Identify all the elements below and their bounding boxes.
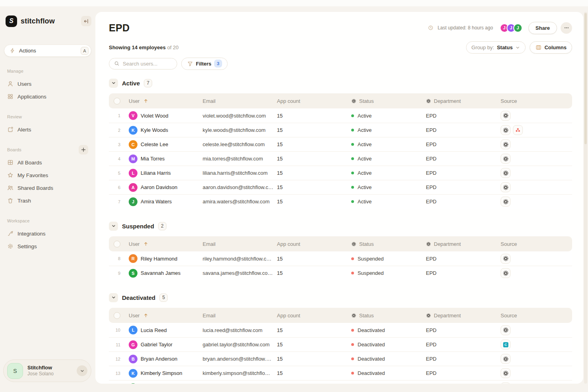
group-collapse-button[interactable] (109, 222, 118, 231)
select-all-checkbox[interactable] (114, 98, 120, 104)
department-label: EPD (426, 256, 437, 262)
column-header-department[interactable]: Department (434, 313, 461, 319)
sidebar-item-settings[interactable]: Settings (4, 240, 91, 252)
column-header-email[interactable]: Email (203, 313, 216, 319)
column-header-department[interactable]: Department (434, 241, 461, 247)
sort-asc-icon[interactable] (143, 313, 148, 318)
column-header-email[interactable]: Email (203, 241, 216, 247)
table-row[interactable]: 13 KKimberly Simpson kimberly.simpson@st… (109, 366, 572, 380)
table-row[interactable]: 3 CCeleste Lee celeste.lee@stitchflow.co… (109, 137, 572, 151)
share-button[interactable]: Share (528, 22, 557, 34)
column-header-user[interactable]: User (129, 98, 139, 104)
column-header-status[interactable]: Status (359, 241, 374, 247)
source-chip[interactable] (501, 197, 511, 207)
source-chip[interactable] (501, 182, 511, 192)
status-dot (351, 157, 354, 160)
table-row[interactable]: 5 LLiliana Harris liliana.harris@stitchf… (109, 166, 572, 180)
row-number: 2 (118, 128, 120, 133)
source-chip[interactable] (501, 354, 511, 364)
column-header-source[interactable]: Source (501, 241, 517, 247)
sidebar-item-trash[interactable]: Trash (4, 195, 91, 207)
column-header-status[interactable]: Status (359, 98, 374, 104)
source-chip[interactable] (501, 254, 511, 264)
table-row[interactable]: 10 LLucia Reed lucia.reed@stitchflow.com… (109, 323, 572, 337)
lightning-icon (9, 48, 15, 54)
table-row[interactable]: 2 KKyle Woods kyle.woods@stitchflow.com … (109, 123, 572, 137)
column-header-user[interactable]: User (129, 241, 139, 247)
source-chip[interactable]: C (501, 340, 511, 350)
collaborator-avatar[interactable]: J (513, 23, 522, 33)
sort-asc-icon[interactable] (143, 241, 148, 246)
group-collapse-button[interactable] (109, 293, 118, 302)
group-by-label: Group by: (472, 44, 494, 50)
user-avatar: J (129, 197, 137, 206)
filters-button[interactable]: Filters 3 (181, 58, 228, 70)
source-chip[interactable] (501, 139, 511, 149)
app-logo[interactable]: S stitchflow (6, 15, 55, 27)
row-number: 1 (118, 113, 120, 118)
status-label: Active (358, 127, 371, 133)
source-chip[interactable] (501, 125, 511, 135)
group-count-badge: 7 (144, 79, 152, 87)
select-all-checkbox[interactable] (114, 312, 120, 319)
column-header-user[interactable]: User (129, 313, 139, 319)
sidebar-item-all-boards[interactable]: All Boards (4, 156, 91, 168)
columns-button[interactable]: Columns (530, 41, 572, 54)
sidebar-item-users[interactable]: Users (4, 78, 91, 90)
source-chip[interactable] (501, 325, 511, 335)
actions-button[interactable]: Actions A (4, 44, 91, 57)
sidebar-item-alerts[interactable]: Alerts (4, 124, 91, 135)
more-options-button[interactable] (561, 22, 572, 34)
search-input[interactable] (123, 61, 172, 67)
sort-asc-icon[interactable] (143, 98, 148, 103)
sidebar-item-applications[interactable]: Applications (4, 91, 91, 102)
source-chip[interactable] (501, 111, 511, 121)
group-collapse-button[interactable] (109, 79, 118, 88)
department-label: EPD (426, 342, 437, 348)
user-email: amira.waters@stitchflow.com (203, 199, 275, 205)
gear-source-icon (503, 156, 509, 162)
sidebar-item-shared-boards[interactable]: Shared Boards (4, 182, 91, 194)
column-header-app-count[interactable]: App count (277, 313, 300, 319)
workspace-name: Stitchflow (27, 365, 72, 371)
column-header-department[interactable]: Department (434, 98, 461, 104)
table-row[interactable]: 9 SSavannah James savana.james@stitchflo… (109, 266, 572, 280)
group-by-dropdown[interactable]: Group by: Status (466, 41, 526, 54)
source-cell (501, 111, 572, 121)
column-header-source[interactable]: Source (501, 313, 517, 319)
source-chip[interactable] (501, 154, 511, 164)
scrollbar-track[interactable] (584, 12, 587, 384)
workspace-chevron-button[interactable] (77, 365, 87, 376)
source-chip[interactable] (513, 125, 523, 135)
table-row[interactable]: 12 BBryan Anderson bryan.anderson@stitch… (109, 351, 572, 366)
column-header-app-count[interactable]: App count (277, 98, 300, 104)
column-header-source[interactable]: Source (501, 98, 517, 104)
sidebar-item-integrations[interactable]: Integrations (4, 228, 91, 239)
add-board-button[interactable] (79, 145, 88, 154)
table-row[interactable]: 4 MMia Torres mia.torres@stitchflow.com … (109, 151, 572, 166)
source-chip[interactable] (501, 368, 511, 378)
column-header-app-count[interactable]: App count (277, 241, 300, 247)
column-header-email[interactable]: Email (203, 98, 216, 104)
sidebar-collapse-button[interactable] (81, 16, 91, 26)
row-number: 11 (116, 342, 120, 347)
source-cell (501, 139, 572, 149)
table-row[interactable] (109, 380, 572, 384)
scrollbar-thumb[interactable] (584, 13, 587, 144)
table-row[interactable]: 11 GGabriel Taylor gabriel.taylor@stitch… (109, 337, 572, 351)
filters-count-badge: 3 (214, 60, 222, 68)
table-row[interactable]: 6 AAaron Davidson aaron.davidson@stitchf… (109, 180, 572, 194)
app-count: 15 (277, 327, 282, 333)
column-header-status[interactable]: Status (359, 313, 374, 319)
table-row[interactable]: 7 JAmira Waters amira.waters@stitchflow.… (109, 194, 572, 209)
select-all-checkbox[interactable] (114, 241, 120, 247)
status-dot (351, 114, 354, 117)
table-row[interactable]: 8 RRiley Hammond riley.hammond@stitchflo… (109, 251, 572, 266)
source-chip[interactable] (501, 382, 511, 384)
source-chip[interactable] (501, 168, 511, 178)
sidebar-item-my-favorites[interactable]: My Favorites (4, 169, 91, 181)
user-name: Mia Torres (141, 156, 164, 162)
source-chip[interactable] (501, 268, 511, 278)
table-row[interactable]: 1 VViolet Wood violet.wood@stitchflow.co… (109, 108, 572, 123)
workspace-switcher[interactable]: S Stitchflow Jose Solano (3, 359, 91, 382)
